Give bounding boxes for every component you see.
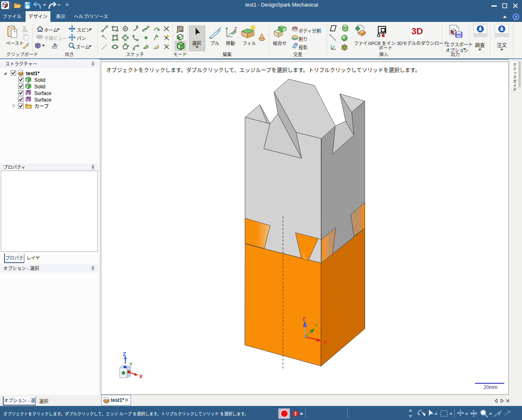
svg-text:20mm: 20mm [484,384,497,390]
svg-text:Y: Y [315,323,318,328]
svg-text:X: X [324,340,327,345]
svg-text:Y: Y [129,362,133,367]
svg-text:X: X [139,374,142,380]
svg-text:?: ? [515,14,517,19]
svg-text:Z: Z [123,351,126,357]
svg-text:3D: 3D [411,26,423,36]
svg-text:Z: Z [302,316,305,321]
